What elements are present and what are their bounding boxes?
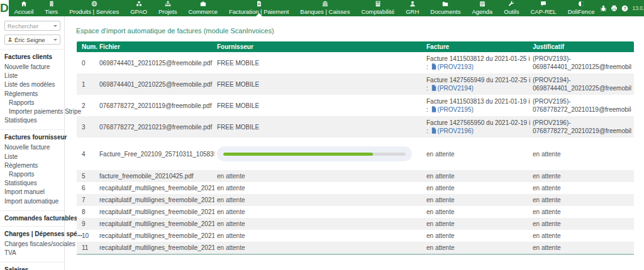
top-menu: AccueilTiersProduits | ServicesGPAOProje… bbox=[9, 0, 601, 16]
wrench-icon bbox=[508, 1, 514, 7]
cell-num: 11 bbox=[77, 242, 99, 254]
nav-item-accueil[interactable]: Accueil bbox=[9, 0, 40, 16]
cell-justificatif: en attente bbox=[533, 230, 634, 242]
nav-item-gpao[interactable]: GPAO bbox=[125, 0, 153, 16]
cell-fichier: recapitulatif_multilignes_freemobile_202… bbox=[99, 242, 217, 254]
nav-item-outils[interactable]: Outils bbox=[498, 0, 525, 16]
table-row: 00698744401_20210125@freemobile.pdfFREE … bbox=[77, 52, 634, 73]
progress-track bbox=[223, 153, 406, 156]
cell-justificatif: en attente bbox=[533, 218, 634, 230]
cell-facture: en attente bbox=[426, 242, 533, 254]
cell-num: 5 bbox=[77, 170, 99, 182]
sidebar-section-factures-clients: Factures clientsNouvelle factureListeLis… bbox=[0, 49, 64, 125]
chevron-down-icon bbox=[53, 39, 57, 41]
sidebar-section-charges-d-penses-sp: Charges | Dépenses spé...Charges fiscale… bbox=[0, 226, 64, 257]
sidebar-item-liste[interactable]: Liste bbox=[4, 72, 64, 80]
sidebar-section-title[interactable]: Factures clients bbox=[4, 53, 64, 60]
table-row: 20768778272_20210119@freemobile.pdfFREE … bbox=[77, 95, 634, 116]
user-select[interactable]: Éric Seigne bbox=[4, 35, 60, 45]
document-icon[interactable] bbox=[431, 127, 436, 134]
prov-link[interactable]: (PROV2193) bbox=[438, 63, 474, 70]
nav-item-tiers[interactable]: Tiers bbox=[39, 0, 64, 16]
prov-link[interactable]: (PROV2196) bbox=[438, 127, 474, 134]
nav-item-commerce[interactable]: Commerce bbox=[182, 0, 223, 16]
nav-item-grh[interactable]: GRH bbox=[400, 0, 425, 16]
table-row: 10698744401_20210225@freemobile.pdfFREE … bbox=[77, 73, 634, 95]
table-row: 30768778272_20210219@freemobile.pdfFREE … bbox=[77, 116, 634, 138]
nav-item-label: GRH bbox=[406, 8, 419, 15]
sidebar-item-rapports[interactable]: Rapports bbox=[4, 170, 64, 179]
sidebar-item-nouvelle-facture[interactable]: Nouvelle facture bbox=[4, 63, 64, 72]
cell-fichier: recapitulatif_multilignes_freemobile_202… bbox=[99, 230, 217, 242]
sidebar-section-title[interactable]: Commandes facturables bbox=[4, 215, 64, 222]
cell-fichier: facture_freemobile_20210425.pdf bbox=[99, 170, 217, 182]
sidebar-item-statistiques[interactable]: Statistiques bbox=[4, 179, 64, 188]
sidebar-item-liste-des-mod-les[interactable]: Liste des modèles bbox=[4, 80, 64, 89]
nav-item-cap-rel[interactable]: CAP-REL bbox=[525, 0, 562, 16]
nav-item-label: Comptabilité bbox=[361, 8, 394, 15]
document-icon[interactable] bbox=[431, 106, 436, 112]
nav-item-comptabilit[interactable]: Comptabilité bbox=[355, 0, 400, 16]
table-row: 6recapitulatif_multilignes_freemobile_20… bbox=[77, 182, 634, 194]
nav-item-produits-services[interactable]: Produits | Services bbox=[64, 0, 125, 16]
search-input[interactable]: Rechercher bbox=[4, 21, 60, 31]
cell-fichier: recapitulatif_multilignes_freemobile_202… bbox=[99, 206, 217, 218]
prov-link[interactable]: (PROV2194) bbox=[438, 85, 474, 92]
cell-num: 8 bbox=[77, 206, 99, 218]
cell-facture: en attente bbox=[426, 182, 533, 194]
nav-item-dolifence[interactable]: DoliFence bbox=[562, 0, 601, 16]
cell-fichier: 0698744401_20210125@freemobile.pdf bbox=[99, 52, 217, 73]
document-icon[interactable] bbox=[431, 63, 436, 70]
navbar-right: ? 13.0.1 Éric bbox=[600, 0, 644, 16]
main-content: Espace d'import automatique de factures … bbox=[65, 16, 644, 270]
sidebar-item-import-manuel[interactable]: Import manuel bbox=[4, 188, 64, 197]
facture-link-prefix: : bbox=[426, 85, 430, 92]
user-select-label: Éric Seigne bbox=[14, 36, 53, 43]
sidebar-item-r-glements[interactable]: Règlements bbox=[4, 161, 64, 170]
help-icon[interactable]: ? bbox=[621, 5, 628, 12]
sidebar-item-r-glements[interactable]: Règlements bbox=[4, 90, 64, 99]
bug-icon[interactable] bbox=[600, 5, 607, 12]
column-header-fournisseur: Fournisseur bbox=[217, 41, 426, 52]
sidebar-section-commandes-facturables: Commandes facturables bbox=[0, 210, 64, 222]
nav-item-projets[interactable]: Projets bbox=[153, 0, 183, 16]
sidebar-item-import-automatique[interactable]: Import automatique bbox=[4, 197, 64, 206]
dolibarr-logo[interactable]: D bbox=[0, 0, 9, 16]
nav-item-label: DoliFence bbox=[568, 8, 595, 15]
nav-item-agenda[interactable]: Agenda bbox=[466, 0, 498, 16]
sidebar-item-tva[interactable]: TVA bbox=[4, 249, 64, 257]
document-icon[interactable] bbox=[431, 85, 436, 91]
printer-icon[interactable] bbox=[611, 5, 618, 12]
nav-item-label: CAP-REL bbox=[530, 8, 556, 15]
briefcase-icon bbox=[200, 1, 206, 7]
column-header-facture: Facture bbox=[426, 41, 533, 52]
sidebar-item-liste[interactable]: Liste bbox=[4, 153, 64, 161]
cell-justificatif: en attente bbox=[533, 206, 634, 218]
sidebar-item-charges-fiscales-sociales[interactable]: Charges fiscales/sociales bbox=[4, 240, 64, 249]
sidebar-item-statistiques[interactable]: Statistiques bbox=[4, 116, 64, 125]
cell-fichier: recapitulatif_multilignes_freemobile_202… bbox=[99, 194, 217, 206]
cell-num: 6 bbox=[77, 182, 99, 194]
sidebar-section-title[interactable]: Salaires bbox=[4, 266, 64, 270]
cell-num: 2 bbox=[77, 95, 99, 116]
page-body: Rechercher Éric Seigne Factures clientsN… bbox=[0, 16, 644, 270]
cubes-icon bbox=[136, 1, 142, 7]
sidebar-section-title[interactable]: Charges | Dépenses spé... bbox=[4, 230, 64, 237]
cell-fournisseur: en attente bbox=[217, 242, 426, 254]
nav-item-banques-caisses[interactable]: Banques | Caisses bbox=[294, 0, 355, 16]
sidebar-section-salaires: Salaires bbox=[0, 262, 64, 270]
sidebar-section-title[interactable]: Factures fournisseur bbox=[4, 134, 64, 141]
import-table: Num.FichierFournisseurFactureJustificati… bbox=[77, 41, 634, 255]
cell-facture: en attente bbox=[426, 194, 533, 206]
cell-facture: en attente bbox=[426, 170, 533, 182]
prov-link[interactable]: (PROV2195) bbox=[438, 106, 474, 113]
nav-item-facturation-paiement[interactable]: Facturation | Paiement bbox=[223, 0, 294, 16]
cell-fournisseur: FREE MOBILE bbox=[217, 116, 426, 138]
sidebar-item-nouvelle-facture[interactable]: Nouvelle facture bbox=[4, 143, 64, 152]
nav-item-documents[interactable]: Documents bbox=[425, 0, 466, 16]
sidebar-item-importer-paiements-stripe[interactable]: Importer paiements Stripe bbox=[4, 107, 64, 116]
nav-item-label: Banques | Caisses bbox=[300, 8, 350, 15]
user-icon bbox=[8, 37, 13, 42]
sidebar-item-rapports[interactable]: Rapports bbox=[4, 99, 64, 107]
cell-fournisseur: FREE MOBILE bbox=[217, 52, 426, 73]
